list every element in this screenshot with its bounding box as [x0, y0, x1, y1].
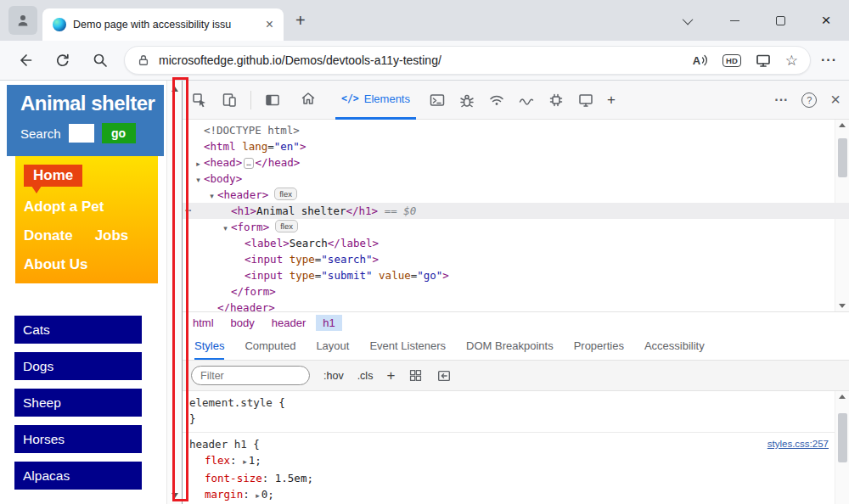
nav-row: Donate Jobs	[24, 227, 158, 244]
device-emulation-button[interactable]	[221, 92, 238, 109]
search-label: Search	[20, 126, 61, 141]
memory-button[interactable]	[548, 92, 565, 109]
sidebar-tabs: StylesComputedLayoutEvent ListenersDOM B…	[183, 333, 849, 361]
inspect-element-button[interactable]	[191, 92, 208, 109]
dom-tree-row[interactable]: <input type="submit" value="go">	[183, 267, 849, 283]
console-button[interactable]	[429, 92, 446, 109]
tab-actions-chevron-icon[interactable]	[666, 0, 711, 41]
dom-tree-row[interactable]: <label>Search</label>	[183, 235, 849, 251]
animal-button[interactable]: Sheep	[14, 389, 142, 417]
back-button[interactable]	[12, 47, 39, 74]
customize-devtools-icon[interactable]: ···	[774, 92, 788, 108]
dom-tree-row[interactable]: </form>	[183, 283, 849, 300]
home-icon	[300, 90, 317, 107]
tab-close-icon[interactable]: ×	[262, 17, 277, 32]
read-aloud-button[interactable]: A	[693, 53, 709, 67]
toggle-hover-state-button[interactable]: :hov	[323, 370, 344, 382]
dom-tree-row[interactable]: ▾<form>flex	[183, 219, 849, 235]
animal-button[interactable]: Cats	[14, 316, 142, 344]
browser-tab[interactable]: Demo page with accessibility issu ×	[42, 8, 284, 41]
back-arrow-icon	[17, 52, 34, 69]
nav-adopt-link[interactable]: Adopt a Pet	[24, 199, 158, 216]
main-content: Animal shelter Search go Home Adopt a Pe…	[0, 81, 849, 504]
tab-styles[interactable]: Styles	[194, 333, 224, 360]
nav-home-link[interactable]: Home	[24, 165, 82, 187]
elements-code-icon: </>	[341, 92, 359, 104]
styles-scrollbar[interactable]	[835, 391, 849, 504]
dom-tree-row[interactable]: <html lang="en">	[183, 138, 849, 154]
styles-scroll-up-icon[interactable]	[839, 395, 846, 399]
tab-layout[interactable]: Layout	[316, 333, 349, 360]
scroll-down-icon[interactable]	[171, 493, 178, 498]
new-tab-button[interactable]: +	[295, 11, 306, 31]
animal-button[interactable]: Alpacas	[14, 462, 142, 490]
css-source-link[interactable]: styles.css:257	[767, 436, 829, 452]
breadcrumb-item[interactable]: body	[224, 315, 261, 331]
issues-button[interactable]	[458, 92, 475, 109]
close-button[interactable]: ×	[803, 0, 849, 41]
animal-list: CatsDogsSheepHorsesAlpacas	[0, 316, 166, 490]
scroll-up-icon[interactable]	[171, 87, 178, 92]
tab-accessibility[interactable]: Accessibility	[644, 333, 705, 360]
dom-tree-row[interactable]: ▾<body>	[183, 171, 849, 187]
dom-tree-row[interactable]: ▾<header>flex	[183, 187, 849, 203]
dom-tree-row[interactable]: ⋯ <h1>Animal shelter</h1> == $0	[183, 203, 849, 219]
animal-button[interactable]: Horses	[14, 425, 142, 453]
refresh-icon	[54, 52, 71, 69]
node-actions-icon[interactable]: ⋯	[185, 203, 191, 219]
animal-button[interactable]: Dogs	[14, 352, 142, 380]
minimize-button[interactable]	[711, 0, 757, 41]
tab-dom-breakpoints[interactable]: DOM Breakpoints	[466, 333, 554, 360]
network-button[interactable]	[488, 92, 505, 109]
elements-tab-label: Elements	[364, 92, 410, 105]
settings-more-icon[interactable]: ···	[821, 53, 837, 68]
styles-filter-input[interactable]	[191, 366, 310, 385]
nav-about-link[interactable]: About Us	[24, 256, 158, 273]
application-button[interactable]	[577, 92, 594, 109]
performance-button[interactable]	[518, 92, 535, 109]
breadcrumb-item[interactable]: html	[186, 315, 221, 331]
tab-computed[interactable]: Computed	[245, 333, 295, 360]
element-states-button[interactable]	[408, 368, 423, 383]
dom-tree-row[interactable]: ▸<head>…</head>	[183, 154, 849, 171]
profile-button[interactable]	[8, 6, 37, 35]
go-button[interactable]: go	[102, 123, 136, 143]
address-bar[interactable]: microsoftedge.github.io/Demos/devtools-a…	[124, 46, 811, 75]
close-devtools-icon[interactable]: ×	[830, 90, 841, 109]
toggle-class-button[interactable]: .cls	[357, 370, 374, 382]
tab-elements[interactable]: </> Elements	[335, 81, 416, 120]
favorites-star-icon[interactable]: ☆	[785, 52, 798, 70]
web-capture-button[interactable]	[755, 52, 772, 69]
breadcrumb-item[interactable]: h1	[316, 315, 341, 331]
browser-window: Demo page with accessibility issu × + × …	[0, 0, 849, 504]
dom-tree: <!DOCTYPE html> <html lang="en">▸<head>……	[183, 120, 849, 311]
tab-properties[interactable]: Properties	[574, 333, 624, 360]
dom-tree-row[interactable]: <!DOCTYPE html>	[183, 122, 849, 138]
nav-jobs-link[interactable]: Jobs	[95, 227, 129, 244]
nav-donate-link[interactable]: Donate	[24, 227, 73, 244]
site-header: Animal shelter Search go	[7, 85, 164, 156]
dom-tree-row[interactable]: </header>	[183, 300, 849, 311]
tab-event-listeners[interactable]: Event Listeners	[369, 333, 446, 360]
tab-welcome[interactable]	[294, 81, 323, 120]
dom-tree-row[interactable]: <input type="search">	[183, 251, 849, 267]
css-line: flex: ▸1;	[183, 452, 849, 470]
maximize-button[interactable]	[757, 0, 803, 41]
site-nav: Home Adopt a Pet Donate Jobs About Us	[15, 156, 158, 283]
webpage-viewport: Animal shelter Search go Home Adopt a Pe…	[0, 81, 166, 504]
url-text[interactable]: microsoftedge.github.io/Demos/devtools-a…	[159, 53, 441, 67]
breadcrumb-item[interactable]: header	[265, 315, 312, 331]
refresh-button[interactable]	[49, 47, 76, 74]
help-icon[interactable]: ?	[801, 92, 817, 108]
page-scrollbar[interactable]	[166, 81, 182, 504]
read-aloud-waves-icon	[701, 53, 709, 67]
more-tools-button[interactable]: +	[607, 92, 616, 109]
search-button[interactable]	[87, 47, 114, 74]
styles-scroll-thumb[interactable]	[838, 413, 847, 462]
site-search-input[interactable]	[69, 124, 94, 143]
read-aloud-letter: A	[693, 54, 700, 67]
new-style-rule-button[interactable]: +	[386, 367, 395, 384]
computed-pane-toggle-button[interactable]	[436, 368, 452, 384]
hd-badge[interactable]: HD	[722, 54, 741, 67]
dock-side-button[interactable]	[264, 92, 281, 109]
